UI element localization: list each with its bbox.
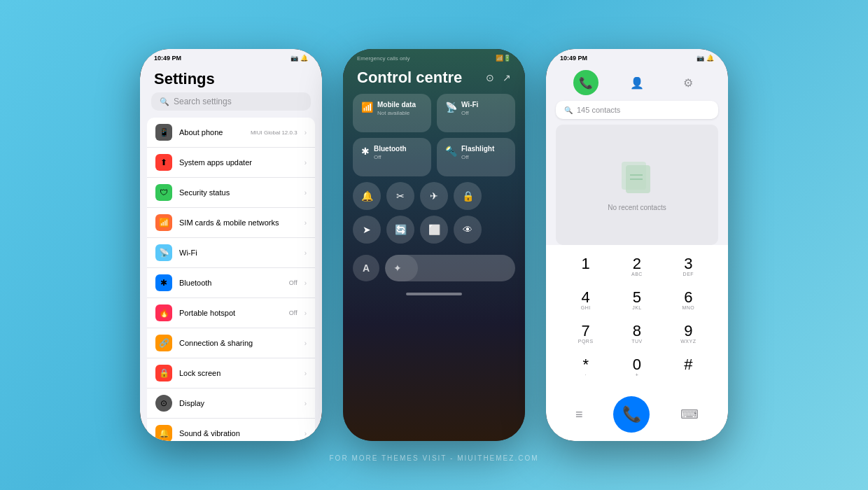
- settings-item-security[interactable]: 🛡 Security status ›: [147, 178, 315, 208]
- security-arrow: ›: [304, 189, 307, 197]
- no-contacts-icon: [616, 158, 658, 200]
- settings-item-display[interactable]: ⊙ Display ›: [147, 388, 315, 419]
- sim-label: SIM cards & mobile networks: [179, 218, 298, 227]
- control-header: Control centre ⊙ ↗: [343, 64, 525, 94]
- keypad-3[interactable]: 3 DEF: [663, 251, 714, 284]
- screenshot-btn[interactable]: ✂: [386, 182, 414, 210]
- dialer-keypad: 1 2 ABC 3 DEF 4 GHI 5 J: [546, 245, 728, 391]
- flashlight-title: Flashlight: [461, 145, 494, 153]
- keypad-8[interactable]: 8 TUV: [611, 318, 662, 351]
- mobile-data-title: Mobile data: [377, 101, 416, 108]
- hotspot-value: Off: [289, 309, 298, 316]
- keypad-7[interactable]: 7 PQRS: [560, 318, 611, 351]
- settings-item-lockscreen[interactable]: 🔒 Lock screen ›: [147, 358, 315, 388]
- system-apps-label: System apps updater: [179, 158, 298, 167]
- keypad-hash[interactable]: #: [663, 351, 714, 385]
- wifi-icon: 📡: [155, 244, 172, 261]
- edit-icon[interactable]: ↗: [503, 72, 511, 83]
- hotspot-arrow: ›: [304, 309, 307, 317]
- keypad-4[interactable]: 4 GHI: [560, 284, 611, 318]
- recent-contacts-area: No recent contacts: [556, 125, 718, 245]
- about-label: About phone: [179, 128, 244, 136]
- flashlight-subtitle: Off: [461, 154, 494, 160]
- settings-item-connection[interactable]: 🔗 Connection & sharing ›: [147, 328, 315, 358]
- control-top-tiles: 📶 Mobile data Not available 📡 Wi-Fi Off: [343, 94, 525, 176]
- location-btn[interactable]: ➤: [353, 216, 381, 244]
- display-label: Display: [179, 399, 298, 407]
- contacts-count: 145 contacts: [577, 106, 620, 114]
- settings-item-about[interactable]: 📱 About phone MIUI Global 12.0.3 ›: [147, 118, 315, 148]
- notification-btn[interactable]: 🔔: [353, 182, 381, 210]
- connection-label: Connection & sharing: [179, 339, 298, 347]
- sim-icon: 📶: [155, 214, 172, 231]
- dialer-search-icon: 🔍: [564, 106, 573, 114]
- expand-btn[interactable]: ⬜: [420, 216, 448, 244]
- brightness-slider[interactable]: ✦: [385, 255, 515, 281]
- dialer-search-bar[interactable]: 🔍 145 contacts: [556, 101, 718, 119]
- search-icon: 🔍: [160, 97, 169, 106]
- keypad-2[interactable]: 2 ABC: [611, 251, 662, 284]
- wifi-tile[interactable]: 📡 Wi-Fi Off: [437, 94, 515, 132]
- flashlight-icon: 🔦: [445, 146, 457, 157]
- dialer-bottom-bar: ≡ 📞 ⌨: [546, 391, 728, 441]
- sound-label: Sound & vibration: [179, 429, 298, 438]
- bluetooth-tile-icon: ✱: [361, 146, 370, 157]
- tab-phone[interactable]: 📞: [573, 70, 598, 95]
- settings-item-bluetooth[interactable]: ✱ Bluetooth Off ›: [147, 268, 315, 298]
- lock-rotation-btn[interactable]: 🔒: [454, 182, 482, 210]
- keypad-star[interactable]: * ·: [560, 351, 611, 385]
- system-apps-icon: ⬆: [155, 154, 172, 171]
- mobile-data-icon: 📶: [361, 102, 373, 113]
- phone-control: Emergency calls only 📶🔋 Control centre ⊙…: [343, 49, 525, 441]
- connection-arrow: ›: [304, 340, 307, 347]
- settings-status-icons: 📷 🔔: [290, 55, 308, 62]
- eye-btn[interactable]: 👁: [454, 216, 482, 244]
- sound-icon: 🔔: [155, 425, 172, 441]
- airplane-btn[interactable]: ✈: [420, 182, 448, 210]
- dialer-time: 10:49 PM: [560, 55, 587, 62]
- keypad-row-1: 1 2 ABC 3 DEF: [560, 251, 714, 284]
- settings-search-bar[interactable]: 🔍 Search settings: [151, 92, 311, 111]
- settings-screen: 10:49 PM 📷 🔔 Settings 🔍 Search settings …: [140, 49, 322, 441]
- control-icon-row2: ➤ 🔄 ⬜ 👁: [343, 216, 525, 249]
- mobile-data-tile[interactable]: 📶 Mobile data Not available: [353, 94, 431, 132]
- flashlight-tile[interactable]: 🔦 Flashlight Off: [437, 138, 515, 176]
- dialer-call-button[interactable]: 📞: [613, 396, 650, 433]
- sim-arrow: ›: [304, 219, 307, 227]
- keypad-0[interactable]: 0 +: [611, 351, 662, 385]
- call-icon: 📞: [622, 405, 641, 424]
- security-icon: 🛡: [155, 184, 172, 201]
- settings-item-sound[interactable]: 🔔 Sound & vibration ›: [147, 419, 315, 441]
- phone-dialer: 10:49 PM 📷 🔔 📞 👤 ⚙ 🔍 145 contacts No rec…: [546, 49, 728, 441]
- auto-label: A: [363, 262, 370, 274]
- hotspot-label: Portable hotspot: [179, 309, 282, 317]
- settings-item-sim[interactable]: 📶 SIM cards & mobile networks ›: [147, 208, 315, 238]
- control-icon-row1: 🔔 ✂ ✈ 🔒: [343, 176, 525, 216]
- keypad-6[interactable]: 6 MNO: [663, 284, 714, 318]
- bluetooth-tile[interactable]: ✱ Bluetooth Off: [353, 138, 431, 176]
- keypad-1[interactable]: 1: [560, 251, 611, 284]
- settings-list: 📱 About phone MIUI Global 12.0.3 › ⬆ Sys…: [147, 118, 315, 441]
- tab-settings[interactable]: ⚙: [676, 70, 701, 95]
- keypad-9[interactable]: 9 WXYZ: [663, 318, 714, 351]
- settings-gear-icon[interactable]: ⊙: [486, 72, 494, 83]
- bluetooth-tile-subtitle: Off: [374, 154, 407, 160]
- control-status-icons: 📶🔋: [496, 55, 511, 62]
- settings-item-wifi[interactable]: 📡 Wi-Fi ›: [147, 238, 315, 268]
- dialer-status-icons: 📷 🔔: [696, 55, 714, 62]
- brightness-icon: ✦: [393, 262, 402, 274]
- security-label: Security status: [179, 188, 298, 197]
- bluetooth-arrow: ›: [304, 279, 307, 287]
- dialer-keypad-icon[interactable]: ⌨: [680, 407, 699, 422]
- bluetooth-icon: ✱: [155, 274, 172, 291]
- auto-brightness-btn[interactable]: A: [353, 255, 379, 281]
- settings-search-placeholder: Search settings: [174, 97, 232, 106]
- focus-btn[interactable]: 🔄: [386, 216, 414, 244]
- settings-item-hotspot[interactable]: 🔥 Portable hotspot Off ›: [147, 298, 315, 328]
- wifi-tile-icon: 📡: [445, 102, 457, 113]
- dialer-menu-icon[interactable]: ≡: [575, 407, 583, 422]
- settings-item-system-apps[interactable]: ⬆ System apps updater ›: [147, 148, 315, 178]
- tab-contacts[interactable]: 👤: [624, 70, 650, 95]
- keypad-5[interactable]: 5 JKL: [611, 284, 662, 318]
- dialer-status-bar: 10:49 PM 📷 🔔: [546, 49, 728, 64]
